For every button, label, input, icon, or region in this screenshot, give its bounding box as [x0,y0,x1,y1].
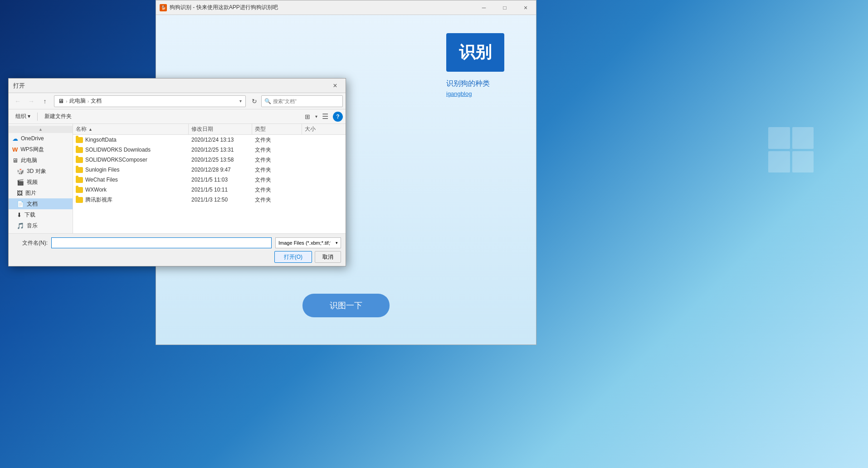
file-name-col: WXWork [73,185,189,195]
folder-icon [76,147,83,153]
address-current-folder: 文档 [91,97,102,105]
cancel-button[interactable]: 取消 [315,251,341,263]
sidebar-item-pictures[interactable]: 🖼 图片 [9,187,73,198]
pictures-label: 图片 [25,189,36,197]
filename-row: 文件名(N): Image Files (*.xbm;*.tif;*.pjp; … [13,237,341,248]
folder-icon [76,157,83,163]
pictures-icon: 🖼 [17,190,23,197]
music-label: 音乐 [27,222,38,230]
filetype-arrow: ▾ [336,241,338,245]
downloads-label: 下载 [24,211,35,219]
open-button[interactable]: 打开(O) [274,251,312,263]
dialog-close-button[interactable]: × [325,79,346,93]
col-header-type[interactable]: 类型 [252,124,302,134]
wps-icon: W [12,146,18,153]
recognition-subtitle: 识别狗的种类 [446,79,504,89]
sidebar-item-video[interactable]: 🎬 视频 [9,177,73,187]
file-list-header: 名称 ▲ 修改日期 类型 大小 [73,124,346,135]
recognition-link[interactable]: igangblog [446,90,504,97]
file-name-col: KingsoftData [73,135,189,145]
folder-icon [76,177,83,183]
table-row[interactable]: WXWork 2021/1/5 10:11 文件夹 [73,185,346,195]
sidebar-item-3d[interactable]: 🎲 3D 对象 [9,166,73,177]
refresh-button[interactable]: ↻ [249,95,260,107]
dialog-titlebar: 打开 × [9,79,346,93]
bg-close-btn[interactable]: × [515,0,536,15]
table-row[interactable]: SOLIDWORKSComposer 2020/12/25 13:58 文件夹 [73,155,346,165]
recognize-button[interactable]: 识图一下 [302,294,390,317]
bg-app-icon: 🐕 [160,4,167,11]
list-view-button[interactable]: ☰ [319,111,331,123]
col-header-size[interactable]: 大小 [302,124,338,134]
sidebar-item-computer[interactable]: 🖥 此电脑 [9,155,73,166]
dialog-sidebar: ▲ ☁ OneDrive W WPS网盘 🖥 此电脑 🎲 3D 对象 🎬 视频 [9,124,73,233]
file-name-col: SOLIDWORKS Downloads [73,145,189,155]
sidebar-item-desktop[interactable]: 🖥 桌面 [9,231,73,233]
desktop-icon: 🖥 [17,233,23,234]
back-button[interactable]: ← [11,95,24,107]
search-icon: 🔍 [264,98,271,104]
col-header-name[interactable]: 名称 ▲ [73,124,189,134]
dialog-bottom: 文件名(N): Image Files (*.xbm;*.tif;*.pjp; … [9,233,346,266]
computer-label: 此电脑 [21,157,37,164]
view-dropdown[interactable]: ▾ [315,114,317,119]
file-name-col: Sunlogin Files [73,165,189,175]
folder-icon [76,197,83,203]
file-name-col: 腾讯影视库 [73,195,189,205]
address-bar-text: 此电脑 [69,97,86,105]
desktop-label: 桌面 [25,233,36,234]
table-row[interactable]: KingsoftData 2020/12/24 13:13 文件夹 [73,135,346,145]
sidebar-item-wps[interactable]: W WPS网盘 [9,144,73,155]
3d-label: 3D 对象 [27,167,46,175]
action-row: 打开(O) 取消 [13,251,341,263]
onedrive-label: OneDrive [21,135,44,142]
downloads-icon: ⬇ [17,212,22,218]
video-label: 视频 [27,178,38,186]
table-row[interactable]: 腾讯影视库 2021/1/3 12:50 文件夹 [73,195,346,205]
address-bar[interactable]: 🖥 › 此电脑 › 文档 ▾ [54,95,246,107]
documents-label: 文档 [27,200,38,208]
view-button[interactable]: ⊞ [302,111,313,123]
toolbar-separator [37,113,38,121]
search-input[interactable] [273,99,340,104]
sidebar-item-downloads[interactable]: ⬇ 下载 [9,209,73,220]
recognition-blue-box: 识别 [446,33,504,72]
address-bar-separator: › [66,99,68,104]
bg-maximize-btn[interactable]: □ [494,0,515,15]
sort-arrow: ▲ [88,127,93,132]
bg-app-titlebar: 🐕 狗狗识别 - 快来使用这款APP进行狗狗识别吧 ─ □ × [156,0,536,15]
table-row[interactable]: SOLIDWORKS Downloads 2020/12/25 13:31 文件… [73,145,346,155]
organize-button[interactable]: 组织 ▾ [11,111,34,122]
dialog-toolbar-row1: ← → ↑ 🖥 › 此电脑 › 文档 ▾ ↻ 🔍 [9,93,346,109]
sidebar-item-documents[interactable]: 📄 文档 [9,198,73,209]
address-bar-dropdown[interactable]: ▾ [239,99,242,103]
new-folder-button[interactable]: 新建文件夹 [40,111,76,122]
table-row[interactable]: WeChat Files 2021/1/5 11:03 文件夹 [73,175,346,185]
bg-minimize-btn[interactable]: ─ [473,0,494,15]
folder-icon [76,167,83,173]
search-box: 🔍 [261,95,343,107]
filetype-dropdown[interactable]: Image Files (*.xbm;*.tif;*.pjp; ▾ [275,237,341,248]
table-row[interactable]: Sunlogin Files 2020/12/28 9:47 文件夹 [73,165,346,175]
file-name-col: SOLIDWORKSComposer [73,155,189,165]
sidebar-scroll-up[interactable]: ▲ [9,126,73,133]
address-separator2: › [88,99,89,104]
sidebar-item-music[interactable]: 🎵 音乐 [9,220,73,231]
col-header-date[interactable]: 修改日期 [189,124,252,134]
windows-logo [768,127,814,172]
forward-button[interactable]: → [25,95,38,107]
music-icon: 🎵 [17,222,24,229]
3d-icon: 🎲 [17,168,24,175]
filename-input[interactable] [51,237,272,248]
onedrive-icon: ☁ [12,135,18,142]
filename-label: 文件名(N): [13,239,48,247]
computer-icon: 🖥 [12,157,18,164]
file-list: 名称 ▲ 修改日期 类型 大小 Kings [73,124,346,233]
folder-icon [76,187,83,193]
video-icon: 🎬 [17,179,24,186]
up-button[interactable]: ↑ [39,95,51,107]
sidebar-item-onedrive[interactable]: ☁ OneDrive [9,133,73,144]
help-button[interactable]: ? [333,112,343,122]
dialog-toolbar-row2: 组织 ▾ 新建文件夹 ⊞ ▾ ☰ ? [9,109,346,124]
documents-icon: 📄 [17,201,24,207]
